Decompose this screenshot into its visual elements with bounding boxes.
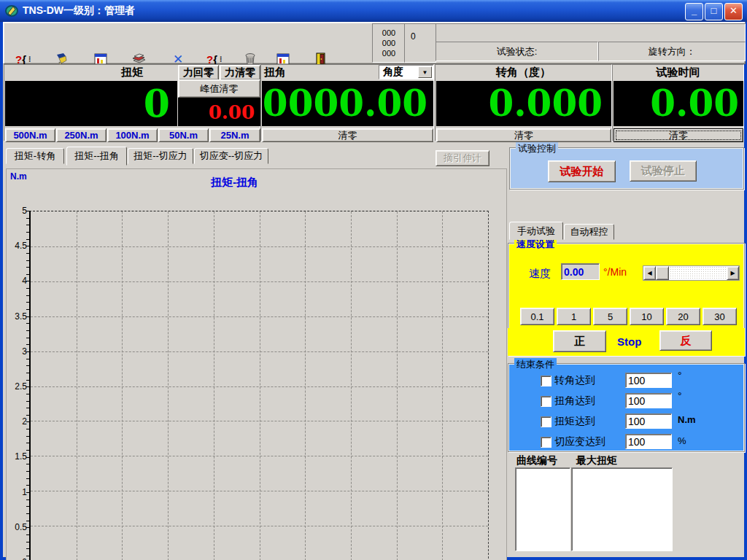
time-value: 0.00 bbox=[650, 85, 743, 122]
start-label: 试验开始 bbox=[560, 165, 604, 179]
speed-scrollbar[interactable]: ◀ ▶ bbox=[643, 265, 740, 281]
rotation-direction-panel: 旋转方向： bbox=[598, 42, 746, 61]
application-window: TNS-DW一级别：管理者 _ □ ✕ ?{⋮ 文件操作 试验方案 数据处理 bbox=[0, 0, 747, 560]
close-button[interactable]: ✕ bbox=[724, 3, 743, 20]
speed-preset-1[interactable]: 1 bbox=[557, 308, 591, 325]
speed-unit-label: °/Min bbox=[603, 266, 627, 278]
twist-title-text: 扭角 bbox=[264, 66, 286, 79]
window-title: TNS-DW一级别：管理者 bbox=[23, 4, 135, 18]
stop-label: 试验停止 bbox=[641, 164, 685, 178]
y-axis-labels: 54.543.532.521.510.50 bbox=[7, 211, 27, 560]
condition-value: 100 bbox=[628, 375, 645, 386]
twist-value: 0000.00 bbox=[263, 85, 433, 122]
shear-strain-limit-input[interactable]: 100 bbox=[625, 434, 672, 449]
title-bar[interactable]: TNS-DW一级别：管理者 _ □ ✕ bbox=[0, 0, 747, 22]
test-control-title: 试验控制 bbox=[516, 142, 558, 155]
torque-reached-checkbox[interactable] bbox=[541, 416, 551, 427]
time-clear-button[interactable]: 清零 bbox=[614, 128, 743, 142]
grid-line-horizontal bbox=[31, 281, 488, 282]
status-top-panel bbox=[436, 23, 746, 42]
condition-unit: ° bbox=[678, 370, 682, 381]
peak-clear-button[interactable]: 峰值清零 bbox=[178, 79, 260, 98]
twist-limit-input[interactable]: 100 bbox=[625, 393, 672, 408]
chevron-down-icon[interactable]: ▼ bbox=[418, 66, 432, 78]
range-500-button[interactable]: 500N.m bbox=[5, 128, 55, 142]
tab-label: 扭矩--切应力 bbox=[133, 149, 187, 163]
rotation-display-section: 转角（度） 0.000 清零 bbox=[435, 64, 612, 141]
peak-clear-label: 峰值清零 bbox=[201, 82, 239, 96]
minimize-button[interactable]: _ bbox=[685, 3, 703, 20]
y-tick-label: 4 bbox=[22, 276, 27, 286]
y-tick-label: 1 bbox=[22, 487, 27, 497]
angle-unit-combo[interactable]: 角度 ▼ bbox=[379, 65, 433, 79]
scroll-right-arrow-icon[interactable]: ▶ bbox=[727, 266, 739, 280]
torque-display-section: 扭矩 力回零 力清零 0 峰值清零 0.00 500N.m 250N.m 100… bbox=[4, 64, 260, 141]
speed-preset-20[interactable]: 20 bbox=[666, 308, 700, 325]
twist-reached-checkbox[interactable] bbox=[541, 396, 551, 407]
tab-auto-program[interactable]: 自动程控 bbox=[564, 224, 614, 240]
speed-preset-30[interactable]: 30 bbox=[703, 308, 737, 325]
jog-stop-label: Stop bbox=[617, 335, 641, 348]
preset-label: 0.1 bbox=[530, 311, 543, 322]
speed-input[interactable]: 0.00 bbox=[561, 263, 600, 280]
tab-manual-test[interactable]: 手动试验 bbox=[509, 222, 563, 240]
jog-row: 正 Stop 反 bbox=[508, 328, 745, 356]
preset-label: 5 bbox=[608, 311, 613, 322]
preset-label: 10 bbox=[641, 311, 651, 322]
shear-strain-reached-checkbox[interactable] bbox=[541, 437, 551, 448]
speed-value: 0.00 bbox=[564, 266, 584, 278]
angle-unit-value: 角度 bbox=[383, 66, 403, 79]
condition-label: 扭矩达到 bbox=[554, 415, 595, 428]
test-start-button[interactable]: 试验开始 bbox=[548, 160, 616, 182]
twist-clear-button[interactable]: 清零 bbox=[262, 128, 433, 142]
scroll-left-arrow-icon[interactable]: ◀ bbox=[643, 266, 656, 280]
y-tick-label: 0 bbox=[22, 557, 27, 560]
maximize-button[interactable]: □ bbox=[705, 3, 723, 20]
scrollbar-thumb[interactable] bbox=[656, 266, 669, 280]
tab-torque-shear-stress[interactable]: 扭矩--切应力 bbox=[128, 148, 193, 164]
y-tick-label: 4.5 bbox=[15, 241, 27, 251]
tab-shear-strain-stress[interactable]: 切应变--切应力 bbox=[194, 148, 268, 164]
condition-value: 100 bbox=[628, 395, 645, 407]
range-250-button[interactable]: 250N.m bbox=[56, 128, 107, 142]
twist-display-section: 扭角 角度 ▼ 0000.00 清零 bbox=[260, 64, 434, 141]
clear-label: 清零 bbox=[669, 129, 688, 142]
reverse-button[interactable]: 反 bbox=[659, 330, 712, 351]
rotation-limit-input[interactable]: 100 bbox=[625, 373, 672, 388]
remove-extensometer-button[interactable]: 摘引伸计 bbox=[436, 150, 489, 166]
clear-label: 清零 bbox=[514, 129, 533, 142]
tab-label: 切应变--切应力 bbox=[200, 149, 263, 163]
rotation-reached-checkbox[interactable] bbox=[541, 376, 551, 386]
range-50-button[interactable]: 50N.m bbox=[158, 128, 209, 142]
rotation-clear-button[interactable]: 清零 bbox=[436, 128, 611, 142]
torque-limit-input[interactable]: 100 bbox=[625, 413, 672, 429]
force-clear-button[interactable]: 力清零 bbox=[220, 65, 260, 80]
max-torque-list[interactable] bbox=[571, 467, 673, 551]
time-readout: 0.00 bbox=[614, 81, 743, 126]
clear-label: 清零 bbox=[338, 129, 357, 142]
plot-area bbox=[29, 211, 489, 560]
test-stop-button[interactable]: 试验停止 bbox=[630, 160, 697, 182]
y-tick-label: 2.5 bbox=[15, 381, 27, 392]
condition-label: 转角达到 bbox=[554, 374, 595, 387]
end-conditions-group: 结束条件 转角达到 100 ° 扭角达到 100 ° 扭矩达到 100 N.m bbox=[508, 363, 745, 452]
speed-preset-5[interactable]: 5 bbox=[593, 308, 627, 325]
tab-torque-twist[interactable]: 扭矩--扭角 bbox=[66, 147, 127, 166]
force-zero-label: 力回零 bbox=[183, 66, 214, 79]
speed-preset-10[interactable]: 10 bbox=[630, 308, 664, 325]
forward-button[interactable]: 正 bbox=[553, 330, 606, 352]
counter-line: 000 bbox=[382, 38, 395, 48]
forward-label: 正 bbox=[574, 335, 585, 349]
range-25-button[interactable]: 25N.m bbox=[209, 128, 260, 142]
tab-torque-rotation[interactable]: 扭矩-转角 bbox=[6, 148, 64, 164]
curve-number-list[interactable] bbox=[515, 467, 570, 551]
range-label: 250N.m bbox=[64, 130, 98, 141]
range-100-button[interactable]: 100N.m bbox=[107, 128, 158, 142]
torque-readout: 0 bbox=[5, 81, 177, 126]
condition-label: 切应变达到 bbox=[554, 435, 605, 448]
force-zero-button[interactable]: 力回零 bbox=[178, 65, 219, 80]
grid-line-horizontal bbox=[31, 456, 488, 456]
preset-label: 20 bbox=[678, 311, 688, 322]
force-clear-label: 力清零 bbox=[225, 66, 255, 79]
speed-preset-0.1[interactable]: 0.1 bbox=[520, 308, 554, 325]
